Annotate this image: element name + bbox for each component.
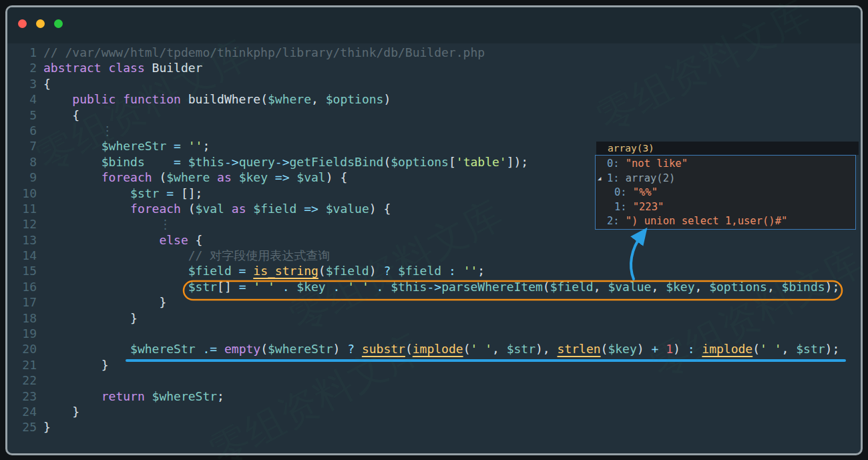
code-line[interactable]: 13 else { xyxy=(7,232,861,248)
code-token: ( xyxy=(405,342,413,356)
code-token: ( xyxy=(752,342,760,356)
code-lines[interactable]: 1// /var/www/html/tpdemo/thinkphp/librar… xyxy=(7,45,861,435)
code-token: = xyxy=(159,186,181,200)
code-line[interactable]: 6 ⋮ xyxy=(7,123,861,138)
line-number: 25 xyxy=(7,419,43,435)
zoom-button[interactable] xyxy=(54,19,63,28)
code-token: $val xyxy=(196,202,224,216)
code-token: ' ' xyxy=(470,342,492,356)
minimize-button[interactable] xyxy=(36,19,45,28)
popup-key: 2: xyxy=(607,215,620,227)
code-line[interactable]: 1// /var/www/html/tpdemo/thinkphp/librar… xyxy=(7,45,861,60)
code-token: $str xyxy=(188,280,217,294)
code-text: public function buildWhere($where, $opti… xyxy=(43,91,391,107)
line-number: 5 xyxy=(7,107,43,123)
code-line[interactable]: 4 public function buildWhere($where, $op… xyxy=(7,91,861,107)
window-titlebar[interactable] xyxy=(7,7,861,43)
code-token: } xyxy=(43,311,138,325)
code-text: } xyxy=(43,357,109,373)
code-token: $options xyxy=(709,280,767,294)
code-text: $whereStr .= empty($whereStr) ? substr(i… xyxy=(43,341,839,357)
close-button[interactable] xyxy=(18,19,27,28)
code-token xyxy=(43,280,188,294)
expand-toggle-icon[interactable]: ◢ xyxy=(598,172,601,186)
code-line[interactable]: 19 xyxy=(7,326,861,341)
code-token: ) xyxy=(369,264,377,278)
code-line[interactable]: 18 } xyxy=(7,310,861,326)
code-token: } xyxy=(43,420,51,434)
code-token: ) xyxy=(637,342,644,356)
code-token: } xyxy=(43,405,79,419)
code-text: return $whereStr; xyxy=(43,389,224,404)
code-token: ) { xyxy=(326,170,348,184)
code-token: ( xyxy=(601,342,608,356)
line-number: 2 xyxy=(7,60,43,75)
code-token: . xyxy=(326,280,348,294)
code-token: ( xyxy=(152,170,167,184)
popup-row: 1:"223" xyxy=(596,200,855,215)
code-token: $field xyxy=(550,280,594,294)
code-token: 1 xyxy=(666,342,673,356)
line-number: 14 xyxy=(7,248,43,263)
line-number: 24 xyxy=(7,404,43,419)
code-token: ( xyxy=(260,92,268,106)
line-number: 8 xyxy=(7,154,43,170)
code-token: substr xyxy=(362,342,405,356)
code-line[interactable]: 20 $whereStr .= empty($whereStr) ? subst… xyxy=(7,341,861,357)
code-token: $options xyxy=(326,92,384,106)
code-line[interactable]: 21 } xyxy=(7,357,861,373)
code-token: $val xyxy=(296,170,325,184)
code-line[interactable]: 25} xyxy=(7,419,861,435)
code-token: strlen xyxy=(558,342,601,356)
code-token: } xyxy=(43,295,166,309)
code-token: $where xyxy=(166,170,210,184)
code-text: { xyxy=(43,76,51,91)
code-text: $str = []; xyxy=(43,186,202,201)
code-line[interactable]: 16 $str[] = ' ' . $key . ' ' . $this->pa… xyxy=(7,279,861,294)
line-number: 6 xyxy=(7,123,43,138)
code-token: as xyxy=(210,170,238,184)
code-token: $whereStr xyxy=(268,342,333,356)
code-token xyxy=(43,139,101,153)
code-token: ; xyxy=(217,389,224,403)
code-token: , xyxy=(767,280,782,294)
code-token: ⋮ xyxy=(43,217,171,231)
code-token: , xyxy=(694,280,709,294)
code-token: implode xyxy=(413,342,463,356)
code-token: query xyxy=(239,155,275,169)
code-line[interactable]: 17 } xyxy=(7,294,861,310)
line-number: 11 xyxy=(7,201,43,216)
code-line[interactable]: 2abstract class Builder xyxy=(7,60,861,75)
code-line[interactable]: 24 } xyxy=(7,404,861,419)
popup-value: "%%" xyxy=(633,186,658,198)
code-token: ; xyxy=(202,139,210,153)
code-line[interactable]: 22 xyxy=(7,373,861,388)
code-token: = xyxy=(232,264,254,278)
code-token: abstract xyxy=(43,61,109,75)
code-text: } xyxy=(43,294,166,310)
code-token: ? xyxy=(340,342,362,356)
code-token: $where xyxy=(268,92,311,106)
code-line[interactable]: 14 // 对字段使用表达式查询 xyxy=(7,248,861,263)
code-text: } xyxy=(43,419,51,435)
code-token: , xyxy=(492,342,507,356)
code-token xyxy=(43,342,130,356)
code-line[interactable]: 3{ xyxy=(7,76,861,91)
code-token xyxy=(43,170,101,184)
line-number: 15 xyxy=(7,263,43,278)
code-token: ( xyxy=(318,264,326,278)
code-text: ⋮ xyxy=(43,216,171,232)
code-token: $key xyxy=(608,342,636,356)
code-token xyxy=(43,233,159,247)
code-token: .= xyxy=(196,342,224,356)
code-line[interactable]: 23 return $whereStr; xyxy=(7,389,861,404)
code-text: } xyxy=(43,404,79,419)
code-line[interactable]: 15 $field = is_string($field) ? $field :… xyxy=(7,263,861,278)
code-token: empty xyxy=(224,342,260,356)
popup-title: array(3) xyxy=(608,143,654,154)
popup-key: 0: xyxy=(614,186,627,198)
code-token: buildWhere xyxy=(188,92,260,106)
popup-value: "223" xyxy=(633,201,664,213)
code-token: $this xyxy=(188,155,224,169)
code-line[interactable]: 5 { xyxy=(7,107,861,123)
